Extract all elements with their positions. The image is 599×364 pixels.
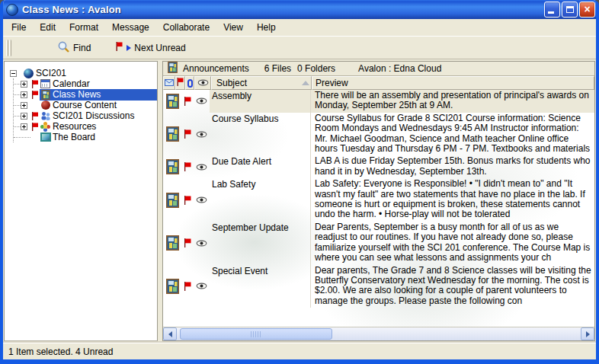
message-preview: Dear Parents, September is a busy month … — [310, 222, 594, 265]
message-preview: Lab Safety: Everyone is Responsible! • "… — [310, 178, 594, 222]
message-subject: Assembly — [210, 90, 310, 113]
menu-edit[interactable]: Edit — [33, 20, 62, 35]
toolbar: Find Next Unread — [3, 37, 596, 59]
tree-item-course-content[interactable]: Course Content — [5, 100, 157, 110]
menu-file[interactable]: File — [5, 20, 33, 35]
tree-item-class-news[interactable]: Class News — [5, 89, 157, 100]
next-unread-label: Next Unread — [134, 43, 185, 53]
bulletin-board-icon — [163, 155, 181, 178]
menu-format[interactable]: Format — [62, 20, 105, 35]
bulletin-board-icon — [163, 90, 181, 113]
window-title: Class News : Avalon — [22, 4, 121, 15]
maximize-button[interactable] — [562, 2, 578, 18]
toolbar-grip[interactable] — [6, 40, 8, 56]
selected-highlight: Class News — [40, 89, 157, 101]
title-bar[interactable]: Class News : Avalon × — [0, 0, 599, 19]
next-unread-button[interactable]: Next Unread — [111, 40, 189, 56]
files-count: 6 Files — [264, 63, 291, 74]
horizontal-scrollbar[interactable] — [163, 327, 594, 340]
server-location: Avalon : Edna Cloud — [358, 63, 441, 74]
message-subject: Special Event — [210, 265, 310, 308]
list-item-course-syllabus[interactable]: Course Syllabus Course Syllabus for Grad… — [163, 113, 594, 156]
message-preview: LAB A is due Friday September 15th. Bonu… — [310, 155, 594, 178]
globe-icon — [23, 68, 34, 78]
column-preview[interactable]: Preview — [312, 76, 594, 90]
scroll-left-button[interactable] — [163, 327, 177, 340]
app-globe-icon — [6, 4, 18, 16]
eye-icon — [193, 265, 210, 308]
collapse-toggle-icon[interactable] — [10, 70, 17, 77]
tree-item-resources[interactable]: Resources — [5, 121, 157, 132]
find-label: Find — [73, 43, 91, 53]
menu-help[interactable]: Help — [250, 20, 283, 35]
tree-item-the-board[interactable]: The Board — [5, 132, 157, 142]
left-arrow-icon — [168, 331, 172, 337]
column-envelope[interactable] — [163, 76, 175, 90]
list-item-due-date-alert[interactable]: Due Date Alert LAB A is due Friday Septe… — [163, 155, 594, 178]
column-flag[interactable] — [175, 76, 185, 90]
expand-toggle-icon[interactable] — [21, 81, 27, 88]
expand-toggle-icon[interactable] — [21, 91, 27, 98]
subject-column-label: Subject — [216, 78, 247, 88]
sort-ascending-icon — [302, 81, 309, 85]
tree-item-discussions[interactable]: SCI201 Discussions — [5, 110, 157, 121]
red-sphere-icon — [40, 100, 51, 110]
bulletin-board-icon — [163, 222, 181, 265]
content-area: SCI201 Calendar Class News — [3, 60, 596, 341]
menu-view[interactable]: View — [216, 20, 250, 35]
flag-icon — [181, 178, 193, 222]
thumb-grip-icon — [251, 331, 262, 337]
find-button[interactable]: Find — [53, 38, 94, 58]
conference-tree-panel: SCI201 Calendar Class News — [4, 61, 158, 341]
list-item-special-event[interactable]: Special Event Dear parents, The Grade 7 … — [163, 265, 594, 308]
message-preview: Course Syllabus for Grade 8 SCI201 Cours… — [310, 113, 594, 156]
picture-board-icon — [40, 132, 51, 142]
unread-flag-icon — [115, 42, 123, 53]
list-item-september-update[interactable]: September Update Dear Parents, September… — [163, 222, 594, 265]
eye-icon — [193, 90, 210, 113]
scroll-right-button[interactable] — [581, 327, 594, 340]
menu-message[interactable]: Message — [105, 20, 156, 35]
panel-title: Announcements — [183, 63, 249, 74]
conference-tree: SCI201 Calendar Class News — [5, 62, 157, 340]
tree-item-sci201[interactable]: SCI201 — [5, 68, 157, 78]
paperclip-icon — [187, 79, 193, 88]
bulletin-board-icon — [40, 89, 51, 100]
minimize-button[interactable] — [544, 2, 560, 18]
close-button[interactable]: × — [579, 2, 595, 18]
flag-icon — [31, 80, 39, 88]
bulletin-board-icon — [163, 113, 181, 156]
message-preview: Dear parents, The Grade 7 and 8 Science … — [310, 265, 594, 308]
tree-item-label: Class News — [51, 89, 103, 101]
list-item-lab-safety[interactable]: Lab Safety Lab Safety: Everyone is Respo… — [163, 178, 594, 222]
list-item-assembly[interactable]: Assembly There will be an assembly and p… — [163, 90, 594, 113]
expand-toggle-icon[interactable] — [21, 102, 27, 109]
flag-icon — [181, 90, 193, 113]
bulletin-board-icon — [168, 62, 178, 75]
bulletin-board-icon — [163, 265, 181, 308]
message-subject: September Update — [210, 222, 310, 265]
flag-icon — [181, 265, 193, 308]
menu-collaborate[interactable]: Collaborate — [156, 20, 216, 35]
announcements-panel: Announcements 6 Files 0 Folders Avalon :… — [162, 61, 595, 341]
calendar-icon — [40, 78, 51, 89]
tree-item-label: SCI201 — [34, 68, 69, 79]
status-bar: 1 Item selected. 4 Unread — [3, 343, 596, 359]
column-attachment[interactable] — [185, 76, 194, 90]
eye-icon — [193, 113, 210, 156]
menu-bar: File Edit Format Message Collaborate Vie… — [3, 19, 596, 37]
people-icon — [40, 110, 51, 121]
toolbar-grip[interactable] — [9, 40, 11, 56]
flag-icon — [181, 155, 193, 178]
preview-column-label: Preview — [316, 78, 348, 88]
tree-item-label: Course Content — [51, 100, 119, 111]
column-subject[interactable]: Subject — [211, 76, 312, 90]
expand-toggle-icon[interactable] — [21, 123, 27, 130]
column-viewed[interactable] — [194, 76, 211, 90]
flag-icon — [177, 78, 184, 88]
tree-item-label: SCI201 Discussions — [51, 110, 136, 122]
eye-icon — [193, 155, 210, 178]
tree-item-calendar[interactable]: Calendar — [5, 78, 157, 89]
expand-toggle-icon[interactable] — [21, 113, 27, 120]
scrollbar-thumb[interactable] — [180, 328, 332, 340]
